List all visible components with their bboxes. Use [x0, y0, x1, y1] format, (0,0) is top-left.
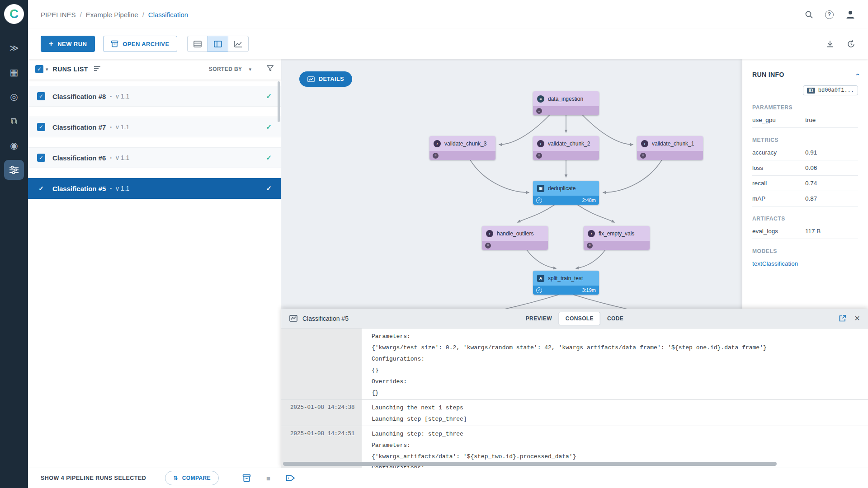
details-label: DETAILS [319, 76, 344, 82]
run-list-item[interactable]: ✓ Classification #8 • v 1.1 ✓ [28, 86, 281, 107]
runs-list-scrollbar[interactable] [278, 81, 280, 122]
log-group: Parameters: {'kwargs/test_size': 0.2, 'k… [281, 328, 868, 399]
chart-view-button[interactable] [228, 36, 249, 52]
filter-button[interactable] [267, 65, 274, 73]
target-icon: ◎ [10, 91, 18, 102]
horizontal-scrollbar[interactable] [283, 462, 777, 466]
left-nav-rail: C ≫ ▦ ◎ ⧉ ◉ [0, 0, 28, 488]
selected-check-icon[interactable]: ✓ [37, 185, 45, 192]
sorted-by-dropdown[interactable]: SORTED BY [209, 66, 242, 72]
globe-icon: ◉ [10, 140, 18, 151]
graph-node-validate-chunk-2[interactable]: ›validate_chunk_2 ≡ [533, 136, 599, 160]
run-list-item[interactable]: ✓ Classification #6 • v 1.1 ✓ [28, 147, 281, 168]
run-version: v 1.1 [116, 185, 129, 192]
help-button[interactable]: ? [825, 10, 834, 19]
run-list-item-selected[interactable]: ✓ Classification #5 • v 1.1 ✓ [28, 178, 281, 199]
plus-icon: + [49, 39, 53, 48]
nav-item-datasets[interactable]: ⧉ [4, 111, 24, 131]
new-run-button[interactable]: + NEW RUN [41, 36, 95, 52]
graph-node-deduplicate[interactable]: ⊞deduplicate ✓2:48m [533, 181, 599, 205]
artifact-row: eval_logs 117 B [752, 224, 858, 239]
details-button[interactable]: DETAILS [299, 71, 352, 87]
nav-item-launch[interactable]: ≫ [4, 38, 24, 58]
console-log[interactable]: Parameters: {'kwargs/test_size': 0.2, 'k… [281, 328, 868, 468]
tab-code[interactable]: CODE [600, 312, 630, 325]
selection-caret-icon[interactable]: ▾ [46, 66, 48, 72]
graph-node-fix-empty-vals[interactable]: ›fix_empty_vals ≡ [584, 226, 650, 250]
log-line: Launching step: step_three [372, 428, 868, 440]
graph-node-validate-chunk-1[interactable]: ›validate_chunk_1 ≡ [637, 136, 703, 160]
close-console-button[interactable]: × [854, 313, 860, 324]
run-id-value: bd00a0f1... [818, 87, 854, 94]
view-toggle-group [187, 36, 249, 52]
breadcrumb-separator: / [80, 11, 82, 19]
open-archive-button[interactable]: OPEN ARCHIVE [103, 36, 177, 52]
sorted-by-caret-icon[interactable]: ▾ [249, 66, 251, 72]
breadcrumb-project[interactable]: Example Pipeline [86, 11, 138, 19]
nav-item-pipelines[interactable] [4, 160, 24, 180]
cached-icon: ≡ [536, 153, 542, 159]
graph-node-data-ingestion[interactable]: ≡data_ingestion ≡ [533, 91, 599, 115]
nav-item-dashboard[interactable]: ▦ [4, 62, 24, 82]
log-line: Launching the next 1 steps [372, 402, 868, 413]
collapse-chevron-icon[interactable]: › [853, 73, 861, 75]
run-name: Classification #7 [52, 123, 106, 131]
node-label: handle_outliers [497, 230, 533, 237]
search-button[interactable] [805, 10, 813, 19]
graph-node-validate-chunk-3[interactable]: ›validate_chunk_3 ≡ [429, 136, 495, 160]
abort-selected-button[interactable]: ■ [266, 474, 270, 482]
runs-list-title: RUNS LIST [53, 66, 88, 73]
log-line: Launching step [step_three] [372, 413, 868, 425]
node-duration: 2:48m [582, 197, 596, 203]
metric-value: 0.91 [805, 149, 817, 156]
download-button[interactable] [826, 40, 834, 48]
log-timestamp [281, 328, 362, 399]
console-title: Classification #5 [289, 315, 349, 322]
top-bar: PIPELINES / Example Pipeline / Classific… [28, 0, 868, 29]
tab-console[interactable]: CONSOLE [559, 312, 600, 325]
graph-node-handle-outliers[interactable]: ›handle_outliers ≡ [482, 226, 548, 250]
nav-item-models[interactable]: ◉ [4, 136, 24, 155]
breadcrumb-pipelines[interactable]: PIPELINES [41, 11, 76, 19]
enqueue-selected-button[interactable] [286, 474, 295, 482]
run-tag-icon [286, 474, 295, 482]
run-list-item[interactable]: ✓ Classification #7 • v 1.1 ✓ [28, 117, 281, 137]
topbar-actions: ? [805, 9, 855, 19]
compare-button[interactable]: ⇅ COMPARE [165, 471, 219, 485]
sort-icon[interactable] [94, 65, 101, 73]
split-view-button[interactable] [208, 36, 228, 52]
completed-check-icon: ✓ [266, 123, 272, 131]
nav-item-experiments[interactable]: ◎ [4, 87, 24, 107]
node-label: data_ingestion [548, 96, 583, 102]
run-name: Classification #6 [52, 154, 106, 162]
clearml-logo[interactable]: C [4, 4, 24, 24]
run-id-chip[interactable]: ID bd00a0f1... [803, 85, 858, 95]
log-line: {} [372, 387, 868, 399]
pipelines-icon [9, 165, 19, 174]
tab-preview[interactable]: PREVIEW [519, 312, 559, 325]
bullet-icon: • [110, 186, 112, 191]
model-link[interactable]: textClassification [752, 256, 858, 271]
node-label: fix_empty_vals [599, 230, 634, 237]
run-checkbox[interactable]: ✓ [37, 92, 45, 100]
graph-node-split-train-test[interactable]: Asplit_train_test ✓3:19m [533, 271, 599, 295]
select-all-checkbox[interactable]: ✓ [35, 65, 43, 73]
check-icon: ✓ [39, 124, 43, 130]
breadcrumb-current[interactable]: Classification [148, 11, 188, 19]
log-line: {'kwargs/test_size': 0.2, 'kwargs/random… [372, 342, 868, 353]
grid-icon: ▦ [10, 67, 19, 78]
table-view-button[interactable] [187, 36, 208, 52]
run-checkbox[interactable]: ✓ [37, 154, 45, 162]
open-in-window-button[interactable] [839, 314, 846, 322]
console-title-text: Classification #5 [302, 315, 349, 322]
auto-refresh-button[interactable] [847, 40, 855, 48]
console-tabs: PREVIEW CONSOLE CODE [519, 312, 631, 325]
profile-button[interactable] [845, 9, 855, 19]
refresh-clock-icon [847, 40, 855, 48]
param-value: true [805, 117, 816, 123]
step-icon: › [537, 140, 544, 147]
parameters-section-title: PARAMETERS [752, 104, 858, 111]
archive-selected-button[interactable] [242, 474, 251, 482]
check-icon: ✓ [39, 93, 43, 99]
run-checkbox[interactable]: ✓ [37, 123, 45, 131]
